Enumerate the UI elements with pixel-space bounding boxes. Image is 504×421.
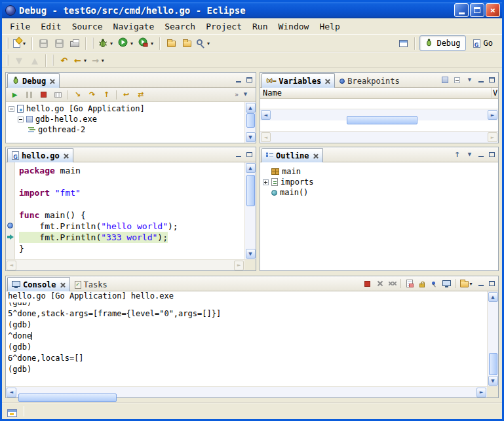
run-launch-button[interactable]: ▾	[117, 35, 136, 51]
variables-tree[interactable]	[260, 99, 498, 109]
scroll-right-button[interactable]: ►	[234, 261, 244, 270]
tab-debug[interactable]: Debug	[7, 73, 60, 88]
maximize-window-button[interactable]	[470, 3, 484, 17]
scrollbar-thumb[interactable]	[246, 113, 255, 128]
collapse-all-button[interactable]	[452, 75, 463, 85]
scroll-right-button[interactable]: ►	[476, 388, 486, 397]
maximize-view-button[interactable]	[244, 76, 254, 84]
open-console-button[interactable]: ▾	[458, 278, 475, 289]
outline-row[interactable]: main	[260, 166, 498, 177]
sort-button[interactable]: ↑	[452, 149, 463, 160]
collapse-expander-icon[interactable]	[9, 106, 14, 112]
pin-console-button[interactable]	[429, 278, 440, 289]
minimize-view-button[interactable]	[234, 76, 243, 84]
code-area[interactable]: package main import "fmt" func main() { …	[15, 162, 244, 259]
debug-tree-row[interactable]: gdb-hello.exe	[6, 114, 244, 124]
outline-row[interactable]: imports	[260, 177, 498, 187]
toolbar-grip[interactable]	[7, 37, 9, 49]
scrollbar-track[interactable]	[488, 302, 498, 375]
debug-perspective-button[interactable]: Debug	[419, 35, 465, 51]
toolbar-overflow-icon[interactable]: »	[235, 92, 239, 98]
view-menu-button[interactable]: ▼	[240, 90, 251, 100]
external-tools-button[interactable]: ▾	[137, 35, 156, 51]
outline-row[interactable]: main()	[260, 187, 498, 198]
scroll-left-button[interactable]: ◄	[7, 388, 16, 397]
step-over-button[interactable]: ↷	[86, 89, 98, 101]
scroll-right-button[interactable]: ►	[488, 132, 497, 142]
tab-breakpoints[interactable]: Breakpoints	[335, 74, 404, 87]
debug-tree-row[interactable]: gothread-2	[6, 124, 244, 135]
terminate-console-button[interactable]	[362, 278, 373, 289]
scroll-left-button[interactable]: ◄	[261, 110, 271, 120]
menu-search[interactable]: Search	[159, 20, 201, 33]
minimize-window-button[interactable]	[454, 3, 469, 17]
collapse-expander-icon[interactable]	[18, 117, 24, 122]
save-button[interactable]	[36, 35, 50, 51]
view-menu-button[interactable]: ▼	[464, 149, 475, 160]
show-type-names-button[interactable]	[439, 75, 450, 85]
new-wizard-button[interactable]: ▾	[12, 35, 28, 51]
console-horizontal-scrollbar[interactable]: ◄ ►	[6, 386, 487, 397]
variables-horizontal-scrollbar[interactable]: ◄ ►	[260, 109, 498, 120]
menu-source[interactable]: Source	[67, 20, 108, 33]
save-all-button[interactable]	[52, 35, 66, 51]
maximize-view-button[interactable]	[487, 151, 496, 159]
menu-window[interactable]: Window	[273, 20, 314, 33]
scrollbar-thumb[interactable]	[347, 116, 417, 124]
scroll-up-button[interactable]: ▲	[488, 292, 498, 302]
close-tab-icon[interactable]	[64, 153, 69, 158]
close-tab-icon[interactable]	[50, 79, 55, 84]
titlebar[interactable]: Debug - testGo/src/cmd/hello.go - Eclips…	[2, 2, 502, 18]
scroll-down-button[interactable]: ▼	[246, 132, 256, 142]
scroll-up-button[interactable]: ▲	[246, 163, 256, 173]
menu-run[interactable]: Run	[247, 20, 273, 33]
value-column-header[interactable]: V	[492, 88, 498, 98]
menu-navigate[interactable]: Navigate	[108, 20, 160, 33]
resume-button[interactable]: ▶	[9, 89, 21, 101]
tab-outline[interactable]: Outline	[262, 148, 323, 162]
debug-vertical-scrollbar[interactable]: ▲ ▼	[244, 102, 256, 143]
variables-column-header[interactable]: Name V	[260, 88, 498, 99]
toolbar-grip[interactable]	[92, 37, 94, 49]
next-annotation-button[interactable]: ▼	[12, 52, 26, 68]
scrollbar-thumb[interactable]	[18, 394, 117, 402]
step-filters-button[interactable]: ⇄	[134, 89, 147, 101]
annotation-ruler[interactable]	[6, 162, 15, 259]
maximize-view-button[interactable]	[487, 76, 496, 84]
scrollbar-thumb[interactable]	[489, 353, 497, 375]
detail-horizontal-scrollbar[interactable]: ◄ ►	[260, 131, 498, 143]
menu-edit[interactable]: Edit	[35, 20, 66, 33]
go-perspective-button[interactable]: G Go	[468, 36, 498, 50]
close-window-button[interactable]: ×	[486, 3, 500, 17]
fast-view-icon[interactable]	[7, 409, 17, 417]
debug-launch-button[interactable]: ▾	[97, 35, 115, 51]
editor-horizontal-scrollbar[interactable]: ◄ ►	[6, 259, 244, 270]
step-into-button[interactable]: ↘	[71, 89, 84, 101]
last-edit-location-button[interactable]: ↶	[57, 52, 71, 68]
close-tab-icon[interactable]	[313, 153, 319, 158]
scroll-lock-button[interactable]	[416, 278, 427, 289]
debug-tree[interactable]: hello.go [Go Application] gdb-hello.exe …	[6, 102, 244, 143]
debug-tree-row[interactable]: hello.go [Go Application]	[6, 103, 244, 114]
toolbar-grip[interactable]	[7, 54, 9, 66]
scroll-down-button[interactable]: ▼	[488, 376, 498, 386]
maximize-view-button[interactable]	[244, 151, 254, 159]
clear-console-button[interactable]	[404, 278, 415, 289]
maximize-view-button[interactable]	[487, 280, 496, 288]
remove-all-launches-button[interactable]	[387, 278, 398, 289]
close-tab-icon[interactable]	[325, 79, 330, 84]
step-return-button[interactable]: ↑	[100, 89, 113, 101]
outline-tree[interactable]: main imports main()	[260, 162, 498, 270]
view-menu-button[interactable]: ▼	[464, 75, 475, 85]
menu-file[interactable]: File	[5, 20, 35, 33]
remove-launch-button[interactable]	[374, 278, 385, 289]
console-text-area[interactable]: (gdb) 5^done,stack-args=[frame={level="0…	[6, 302, 487, 386]
suspend-button[interactable]	[23, 89, 35, 101]
back-button[interactable]: ← ▾	[73, 52, 89, 68]
tab-console[interactable]: Console	[7, 277, 70, 291]
search-button[interactable]: ▾	[195, 35, 212, 51]
console-vertical-scrollbar[interactable]: ▲ ▼	[487, 291, 498, 386]
scroll-left-button[interactable]: ◄	[7, 261, 16, 270]
scrollbar-thumb[interactable]	[246, 175, 255, 206]
previous-annotation-button[interactable]: ▲	[28, 52, 42, 68]
